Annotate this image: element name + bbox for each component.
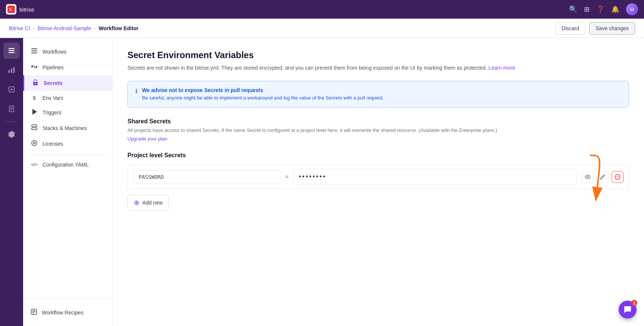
envvars-label: Env Vars: [42, 95, 63, 101]
secret-row: =: [127, 165, 629, 189]
reveal-button[interactable]: [582, 171, 594, 183]
sidebar-item-workflows[interactable]: Workflows: [23, 44, 112, 60]
svg-rect-15: [31, 48, 37, 49]
recipes-icon: [31, 308, 37, 316]
triggers-icon: [31, 108, 38, 117]
main-layout: Workflows Pipelines Secrets $ Env Vars: [0, 38, 644, 326]
help-icon[interactable]: ❓: [596, 5, 604, 13]
workflow-recipes-label: Workflow Recipes: [42, 310, 83, 316]
sidebar-icon-workflows[interactable]: [3, 42, 20, 59]
svg-point-18: [32, 66, 33, 67]
learn-more-link[interactable]: Learn more: [489, 65, 515, 71]
avatar[interactable]: U: [626, 3, 638, 15]
sidebar-item-config[interactable]: </> Configuration YAML: [23, 158, 112, 171]
nav-section: Workflows Pipelines Secrets $ Env Vars: [23, 38, 112, 298]
secrets-label: Secrets: [44, 80, 63, 86]
page-title: Secret Environment Variables: [127, 50, 629, 60]
upgrade-link[interactable]: Upgrade your plan: [127, 136, 629, 142]
nav-bottom: Workflow Recipes: [23, 298, 112, 326]
svg-point-19: [36, 66, 37, 67]
breadcrumb-current: Workflow Editor: [99, 25, 139, 31]
breadcrumb-project[interactable]: Bitrise-Android-Sample: [38, 25, 91, 31]
sidebar-item-envvars[interactable]: $ Env Vars: [23, 91, 112, 105]
svg-text:b: b: [9, 7, 12, 12]
svg-rect-7: [13, 67, 15, 73]
info-banner: ℹ We advise not to expose Secrets in pul…: [127, 81, 629, 108]
svg-rect-24: [32, 128, 37, 130]
search-icon[interactable]: 🔍: [569, 5, 577, 13]
licenses-label: Licenses: [42, 141, 63, 147]
pipelines-icon: [31, 63, 38, 72]
breadcrumb-sep-2: ›: [94, 26, 96, 31]
top-nav-right: 🔍 ⊞ ❓ 🔔 U: [569, 3, 638, 15]
sidebar-item-pipelines[interactable]: Pipelines: [23, 60, 112, 75]
svg-rect-3: [9, 50, 15, 51]
svg-rect-6: [11, 69, 12, 73]
sidebar-item-stacks[interactable]: Stacks & Machines: [23, 120, 112, 136]
info-icon: ℹ: [135, 88, 138, 95]
add-new-label: Add new: [142, 200, 162, 206]
triggers-label: Triggers: [42, 110, 61, 115]
chat-badge: 1: [631, 300, 637, 306]
secret-key-input[interactable]: [133, 170, 281, 184]
info-text: Be careful, anyone might be able to impl…: [142, 95, 384, 101]
licenses-icon: [31, 140, 38, 148]
sidebar-icon-analytics[interactable]: [3, 62, 20, 78]
pipelines-label: Pipelines: [42, 64, 64, 70]
svg-rect-2: [9, 48, 15, 49]
sub-header: Bitrise CI › Bitrise-Android-Sample › Wo…: [0, 19, 644, 38]
config-label: Configuration YAML: [42, 162, 89, 168]
icon-sidebar-divider: [6, 121, 18, 122]
dashboard-icon[interactable]: ⊞: [584, 5, 590, 13]
svg-point-25: [32, 140, 37, 146]
secret-value-input[interactable]: [293, 169, 577, 185]
sidebar-item-triggers[interactable]: Triggers: [23, 105, 112, 120]
breadcrumb: Bitrise CI › Bitrise-Android-Sample › Wo…: [9, 25, 139, 31]
app-name: bitrise: [19, 6, 34, 13]
shared-secrets-title: Shared Secrets: [127, 118, 629, 125]
info-content: We advise not to expose Secrets in pull …: [142, 87, 384, 101]
left-sidebar: Workflows Pipelines Secrets $ Env Vars: [23, 38, 113, 326]
plus-icon: ⊕: [134, 199, 139, 207]
breadcrumb-root[interactable]: Bitrise CI: [9, 25, 30, 31]
svg-rect-16: [31, 51, 37, 51]
discard-button[interactable]: Discard: [555, 22, 585, 35]
remove-button[interactable]: [612, 171, 624, 183]
logo-icon: b: [7, 6, 15, 13]
header-actions: Discard Save changes: [555, 22, 635, 35]
svg-point-26: [34, 142, 35, 144]
stacks-icon: [31, 124, 38, 132]
svg-rect-23: [32, 125, 37, 127]
sidebar-icon-settings[interactable]: [3, 126, 20, 143]
stacks-label: Stacks & Machines: [42, 125, 87, 131]
config-icon: </>: [31, 162, 38, 167]
workflows-label: Workflows: [42, 49, 66, 55]
breadcrumb-sep-1: ›: [33, 26, 35, 31]
secret-actions: [582, 171, 624, 183]
sidebar-item-licenses[interactable]: Licenses: [23, 136, 112, 152]
chat-widget[interactable]: 1: [619, 301, 637, 319]
svg-rect-17: [31, 53, 37, 53]
svg-marker-22: [32, 109, 37, 115]
svg-rect-4: [9, 52, 15, 53]
add-new-button[interactable]: ⊕ Add new: [127, 195, 169, 211]
notifications-icon[interactable]: 🔔: [611, 5, 619, 13]
nav-divider: [29, 155, 106, 155]
equals-sign: =: [285, 174, 288, 180]
main-content: Secret Environment Variables Secrets are…: [113, 38, 644, 326]
sidebar-item-secrets[interactable]: Secrets: [23, 75, 112, 91]
top-navigation: b bitrise 🔍 ⊞ ❓ 🔔 U: [0, 0, 644, 19]
top-nav-left: b bitrise: [6, 4, 34, 15]
logo[interactable]: b: [6, 4, 16, 15]
save-button[interactable]: Save changes: [589, 22, 635, 35]
sidebar-icon-builds[interactable]: [3, 81, 20, 98]
shared-secrets-desc: All projects have access to shared Secre…: [127, 127, 629, 134]
project-secrets-title: Project level Secrets: [127, 152, 629, 159]
sidebar-icon-artifacts[interactable]: [3, 101, 20, 117]
info-title: We advise not to expose Secrets in pull …: [142, 87, 384, 93]
envvars-icon: $: [31, 95, 38, 101]
svg-point-31: [587, 176, 588, 178]
edit-button[interactable]: [597, 171, 609, 183]
workflow-recipes-item[interactable]: Workflow Recipes: [23, 303, 112, 322]
page-description: Secrets are not shown in the bitrise.yml…: [127, 64, 629, 72]
